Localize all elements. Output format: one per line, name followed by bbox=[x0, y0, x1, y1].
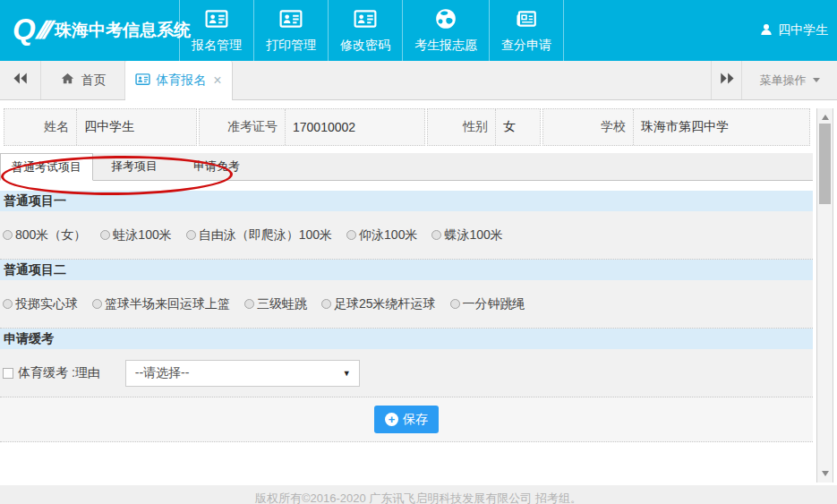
checkbox-icon[interactable] bbox=[3, 368, 13, 379]
radio-icon[interactable] bbox=[186, 230, 196, 240]
radio-label: 一分钟跳绳 bbox=[463, 296, 525, 312]
tabbar-spacer bbox=[233, 61, 711, 99]
field-exam-number: 准考证号 170010002 bbox=[199, 108, 425, 146]
radio-icon[interactable] bbox=[3, 230, 13, 240]
radio-icon[interactable] bbox=[244, 299, 254, 309]
tab-optional-items[interactable]: 择考项目 bbox=[93, 153, 175, 180]
section-deferral-title: 申请缓考 bbox=[0, 329, 813, 349]
radio-option-breaststroke-100m[interactable]: 蛙泳100米 bbox=[100, 227, 171, 243]
tab-exemption-application[interactable]: 申请免考 bbox=[175, 153, 258, 180]
menu-actions-dropdown[interactable]: 菜单操作 bbox=[741, 61, 837, 99]
main-panel: 姓名 四中学生 准考证号 170010002 性别 女 学校 珠海市第四中学 普… bbox=[0, 108, 837, 483]
radio-option-rope-skipping[interactable]: 一分钟跳绳 bbox=[450, 296, 525, 312]
nav-item-change-password[interactable]: 修改密码 bbox=[328, 0, 402, 61]
deferral-reason-select[interactable]: --请选择-- ▼ bbox=[125, 360, 360, 387]
radio-icon[interactable] bbox=[92, 299, 102, 309]
radio-label: 自由泳（即爬泳）100米 bbox=[199, 227, 332, 243]
radio-label: 篮球半场来回运球上篮 bbox=[105, 296, 230, 312]
caret-down-icon bbox=[813, 78, 820, 82]
scrollbar-thumb[interactable] bbox=[819, 124, 831, 204]
current-user[interactable]: 四中学生 bbox=[759, 0, 837, 61]
field-name-label: 姓名 bbox=[4, 109, 76, 145]
deferral-checkbox-option[interactable]: 体育缓考 :理由 bbox=[3, 365, 106, 381]
close-icon[interactable]: × bbox=[213, 73, 221, 89]
footer: 版权所有©2016-2020 广东讯飞启明科技发展有限公司 招考组。 bbox=[0, 485, 837, 504]
exam-category-tabs: 普通考试项目 择考项目 申请免考 bbox=[0, 153, 813, 181]
nav-label: 修改密码 bbox=[340, 38, 390, 54]
window-tabbar: 首页 体育报名 × 菜单操作 bbox=[0, 61, 837, 100]
student-info-strip: 姓名 四中学生 准考证号 170010002 性别 女 学校 珠海市第四中学 bbox=[4, 108, 810, 146]
normal-item-2-options: 投掷实心球 篮球半场来回运球上篮 三级蛙跳 足球25米绕杆运球 一分钟跳绳 bbox=[0, 280, 813, 329]
nav-item-print-management[interactable]: 打印管理 bbox=[253, 0, 328, 61]
field-gender-value: 女 bbox=[495, 109, 540, 145]
app-header: Q/// 珠海中考信息系统 报名管理 打印管理 修改密码 考生报志愿 查 bbox=[0, 0, 837, 61]
triangle-up-icon bbox=[822, 115, 829, 120]
radio-option-butterfly-100m[interactable]: 蝶泳100米 bbox=[431, 227, 502, 243]
globe-icon bbox=[434, 7, 457, 33]
field-gender: 性别 女 bbox=[427, 108, 541, 146]
double-right-arrow-icon bbox=[719, 72, 735, 89]
save-button[interactable]: + 保存 bbox=[374, 406, 439, 433]
radio-icon[interactable] bbox=[431, 230, 441, 240]
select-arrow-icon: ▼ bbox=[343, 369, 351, 378]
scrollbar-down-arrow[interactable] bbox=[817, 466, 833, 481]
nav-label: 报名管理 bbox=[192, 38, 242, 54]
copyright-text: 版权所有©2016-2020 广东讯飞启明科技发展有限公司 招考组。 bbox=[255, 491, 582, 504]
scrollbar-up-arrow[interactable] bbox=[817, 110, 833, 124]
radio-label: 投掷实心球 bbox=[15, 296, 78, 312]
tab-sports-registration-label: 体育报名 bbox=[156, 73, 206, 89]
scroll-tabs-left-button[interactable] bbox=[0, 61, 41, 99]
radio-icon[interactable] bbox=[3, 299, 13, 309]
idcard-icon bbox=[279, 7, 303, 33]
nav-item-enroll-management[interactable]: 报名管理 bbox=[179, 0, 253, 61]
user-icon bbox=[759, 22, 773, 39]
deferral-reason-selected-value: --请选择-- bbox=[135, 365, 190, 381]
radio-option-800m[interactable]: 800米（女） bbox=[3, 227, 86, 243]
nav-label: 打印管理 bbox=[266, 38, 316, 54]
nav-item-score-inquiry[interactable]: 查分申请 bbox=[489, 0, 564, 61]
radio-label: 800米（女） bbox=[15, 227, 86, 243]
radio-label: 三级蛙跳 bbox=[257, 296, 307, 312]
menu-actions-label: 菜单操作 bbox=[760, 73, 807, 89]
save-button-label: 保存 bbox=[403, 412, 428, 428]
idcard-icon bbox=[354, 7, 377, 33]
tab-normal-exam-items[interactable]: 普通考试项目 bbox=[0, 153, 93, 181]
field-school: 学校 珠海市第四中学 bbox=[542, 108, 810, 146]
exam-form: 普通项目一 800米（女） 蛙泳100米 自由泳（即爬泳）100米 仰泳100米… bbox=[0, 191, 813, 442]
radio-icon[interactable] bbox=[321, 299, 331, 309]
double-left-arrow-icon bbox=[13, 72, 29, 89]
field-name-value: 四中学生 bbox=[76, 109, 196, 145]
section-normal-item-1-title: 普通项目一 bbox=[0, 191, 813, 211]
tab-sports-registration[interactable]: 体育报名 × bbox=[125, 61, 233, 100]
radio-option-freestyle-100m[interactable]: 自由泳（即爬泳）100米 bbox=[186, 227, 332, 243]
radio-icon[interactable] bbox=[100, 230, 110, 240]
vertical-scrollbar[interactable] bbox=[816, 108, 833, 483]
home-icon bbox=[60, 72, 75, 89]
plus-icon: + bbox=[385, 413, 398, 426]
news-icon bbox=[515, 7, 538, 33]
logo: Q/// 珠海中考信息系统 bbox=[0, 0, 179, 61]
radio-option-basketball-layup[interactable]: 篮球半场来回运球上篮 bbox=[92, 296, 230, 312]
radio-icon[interactable] bbox=[346, 230, 356, 240]
section-normal-item-2-title: 普通项目二 bbox=[0, 260, 813, 280]
scroll-tabs-right-button[interactable] bbox=[711, 61, 741, 99]
radio-option-solid-ball[interactable]: 投掷实心球 bbox=[3, 296, 78, 312]
nav-item-candidate-preference[interactable]: 考生报志愿 bbox=[402, 0, 489, 61]
field-exam-number-value: 170010002 bbox=[285, 109, 424, 145]
deferral-row: 体育缓考 :理由 --请选择-- ▼ bbox=[0, 349, 813, 397]
radio-option-triple-jump[interactable]: 三级蛙跳 bbox=[244, 296, 307, 312]
deferral-checkbox-label: 体育缓考 :理由 bbox=[18, 365, 100, 381]
triangle-down-icon bbox=[822, 471, 829, 476]
page: Q/// 珠海中考信息系统 报名管理 打印管理 修改密码 考生报志愿 查 bbox=[0, 0, 837, 504]
radio-option-football-dribble[interactable]: 足球25米绕杆运球 bbox=[321, 296, 436, 312]
save-row: + 保存 bbox=[0, 397, 813, 442]
app-title: 珠海中考信息系统 bbox=[55, 19, 191, 42]
idcard-icon bbox=[205, 7, 228, 33]
normal-item-1-options: 800米（女） 蛙泳100米 自由泳（即爬泳）100米 仰泳100米 蝶泳100… bbox=[0, 211, 813, 260]
field-exam-number-label: 准考证号 bbox=[200, 109, 285, 145]
radio-label: 仰泳100米 bbox=[359, 227, 417, 243]
field-gender-label: 性别 bbox=[428, 109, 495, 145]
radio-icon[interactable] bbox=[450, 299, 460, 309]
tab-home[interactable]: 首页 bbox=[41, 61, 125, 99]
radio-option-backstroke-100m[interactable]: 仰泳100米 bbox=[346, 227, 417, 243]
